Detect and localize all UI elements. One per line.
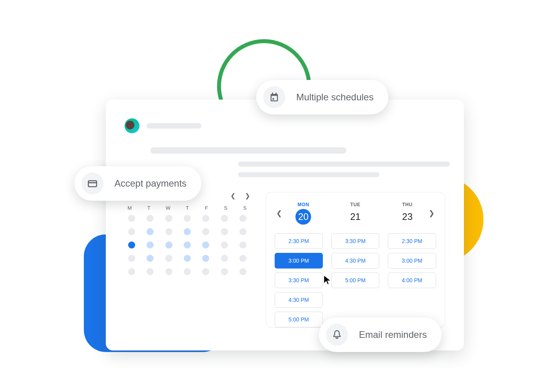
calendar-day-dot: [165, 268, 172, 275]
calendar-day-dot: [147, 215, 154, 222]
calendar-day-dot: [165, 215, 172, 222]
svg-rect-3: [275, 93, 277, 95]
credit-card-icon: [81, 172, 103, 194]
day-number: 23: [400, 209, 415, 225]
svg-rect-6: [89, 182, 97, 183]
calendar-day-dot[interactable]: [128, 241, 135, 249]
skeleton-description: [238, 162, 445, 177]
time-slots-panel: ❮ MON 20 TUE 21 THU 23: [266, 192, 445, 328]
calendar-day-dot: [239, 241, 246, 249]
time-slot[interactable]: 2:30 PM: [388, 233, 436, 249]
svg-rect-5: [89, 181, 97, 187]
calendar-day-dot[interactable]: [147, 228, 154, 235]
calendar-day-dot: [239, 255, 246, 262]
feature-accept-payments: Accept payments: [74, 166, 201, 201]
calendar-day-dot[interactable]: [202, 241, 209, 249]
weekday-label: S: [241, 205, 248, 211]
weekday-label: S: [222, 205, 229, 211]
calendar-day-dot: [184, 268, 191, 275]
time-slot[interactable]: 3:30 PM: [275, 272, 323, 288]
skeleton-line: [238, 172, 379, 177]
calendar-day-dot: [221, 268, 228, 275]
booking-card: ❮ ❯ MTWTFSS ❮ MON 20: [106, 100, 464, 350]
feature-multiple-schedules: Multiple schedules: [256, 80, 388, 114]
weekday-label: F: [203, 205, 210, 211]
time-slot[interactable]: 4:30 PM: [275, 292, 323, 308]
mini-calendar: ❮ ❯ MTWTFSS: [125, 192, 250, 328]
calendar-day-dot[interactable]: [165, 241, 172, 249]
weekday-label: W: [165, 205, 172, 211]
calendar-day-dot: [202, 228, 209, 235]
slot-column: 2:30 PM3:00 PM4:00 PM: [388, 233, 436, 327]
calendar-day-dot[interactable]: [184, 255, 191, 262]
chevron-right-icon[interactable]: ❯: [245, 192, 250, 200]
feature-label: Accept payments: [114, 178, 187, 189]
slot-column: 3:30 PM4:30 PM5:00 PM: [331, 233, 380, 327]
day-number: 20: [295, 209, 311, 225]
skeleton-line: [238, 162, 450, 167]
calendar-icon: [263, 86, 285, 108]
calendar-day-dot: [147, 268, 154, 275]
bell-icon: [326, 324, 348, 346]
calendar-day-dot: [165, 255, 172, 262]
svg-rect-4: [272, 98, 274, 100]
weekday-label: T: [184, 205, 191, 211]
calendar-day-dot[interactable]: [184, 228, 191, 235]
calendar-day-dot: [239, 268, 246, 275]
time-slot[interactable]: 4:30 PM: [331, 253, 380, 269]
calendar-day-dot: [165, 228, 172, 235]
card-header: [125, 118, 445, 133]
chevron-right-icon[interactable]: ❯: [427, 209, 436, 218]
day-column-mon[interactable]: MON 20: [295, 202, 311, 225]
chevron-left-icon[interactable]: ❮: [275, 209, 284, 218]
day-weekday: TUE: [350, 202, 360, 207]
calendar-day-dot: [184, 215, 191, 222]
day-column-thu[interactable]: THU 23: [400, 202, 415, 225]
day-number: 21: [348, 209, 363, 225]
calendar-day-dot: [221, 228, 228, 235]
calendar-day-dot: [202, 268, 209, 275]
svg-rect-1: [272, 96, 277, 101]
feature-email-reminders: Email reminders: [319, 318, 442, 352]
calendar-day-dot[interactable]: [202, 255, 209, 262]
weekday-label: M: [126, 205, 133, 211]
feature-label: Email reminders: [359, 329, 427, 340]
calendar-day-dot: [202, 215, 209, 222]
avatar: [125, 118, 139, 133]
calendar-day-dot: [221, 241, 228, 249]
day-weekday: THU: [402, 202, 412, 207]
weekday-row: MTWTFSS: [125, 205, 250, 211]
calendar-day-dot: [221, 215, 228, 222]
time-slot[interactable]: 2:30 PM: [275, 233, 323, 249]
calendar-day-dot: [239, 215, 246, 222]
time-slot[interactable]: 4:00 PM: [388, 272, 436, 288]
calendar-day-dot: [128, 255, 135, 262]
calendar-day-dot: [239, 228, 246, 235]
cursor-icon: [322, 274, 333, 285]
calendar-day-dot: [221, 255, 228, 262]
svg-rect-2: [272, 93, 273, 95]
weekday-label: T: [145, 205, 152, 211]
feature-label: Multiple schedules: [296, 92, 373, 103]
calendar-day-dot: [128, 228, 135, 235]
time-slot[interactable]: 3:30 PM: [331, 233, 380, 249]
calendar-day-dot[interactable]: [147, 241, 154, 249]
chevron-left-icon[interactable]: ❮: [230, 192, 235, 200]
skeleton-title: [150, 147, 346, 154]
calendar-day-dot: [128, 268, 135, 275]
skeleton-name: [147, 123, 201, 129]
calendar-day-dot[interactable]: [184, 241, 191, 249]
day-weekday: MON: [297, 202, 309, 207]
calendar-day-dot: [128, 215, 135, 222]
calendar-dot-grid: [125, 215, 250, 275]
slot-column: 2:30 PM3:00 PM3:30 PM4:30 PM5:00 PM: [275, 233, 323, 327]
calendar-day-dot[interactable]: [147, 255, 154, 262]
time-slot[interactable]: 5:00 PM: [275, 312, 323, 327]
time-slot[interactable]: 5:00 PM: [331, 272, 380, 288]
day-column-tue[interactable]: TUE 21: [348, 202, 363, 225]
time-slot[interactable]: 3:00 PM: [275, 253, 323, 269]
time-slot[interactable]: 3:00 PM: [388, 253, 436, 269]
